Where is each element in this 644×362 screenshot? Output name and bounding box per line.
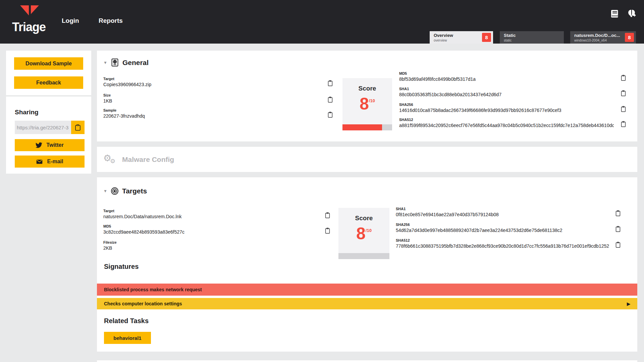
clipboard-icon <box>327 111 333 118</box>
tab-title: Overview <box>434 33 478 38</box>
clipboard-icon <box>327 79 333 86</box>
signature-label: Blocklisted process makes network reques… <box>104 287 202 292</box>
score-label: Score <box>338 215 389 222</box>
malware-config-title: Malware Config <box>122 156 174 164</box>
tab-subtitle: overview <box>434 39 478 42</box>
clipboard-icon <box>615 209 621 217</box>
docs-icon[interactable] <box>610 9 620 19</box>
hash-value: 14616d010ca875b8adac2667349f66686fe93d99… <box>399 108 561 113</box>
field-label: Sample <box>103 108 145 112</box>
copy-size-button[interactable] <box>326 96 334 104</box>
score-box: Score 8/10 <box>338 208 389 259</box>
hash-value: 778f6b661c3088375195bfb7d328be2e868cf93c… <box>396 243 609 249</box>
score-bar-track <box>342 124 392 130</box>
collapse-icon[interactable]: ▼ <box>103 60 107 65</box>
collapse-icon[interactable]: ▼ <box>103 189 107 193</box>
tab-overview[interactable]: Overview overview 8 <box>430 31 493 44</box>
field-md5: MD5 3c82ccd9aee4824b893593a83e6f527c <box>103 224 184 235</box>
targets-header: ▼ Targets <box>103 187 147 195</box>
clipboard-icon <box>620 89 627 97</box>
clipboard-icon <box>327 96 333 103</box>
copy-sha512-button[interactable] <box>620 120 627 128</box>
copy-target-button[interactable] <box>324 212 331 220</box>
malware-config-section: ⚙⚙ Malware Config <box>97 147 637 172</box>
feedback-button[interactable]: Feedback <box>14 76 83 89</box>
tab-title: natusrem.Doc/D...oc... <box>574 33 622 38</box>
related-task-behavioral1-button[interactable]: behavioral1 <box>104 332 151 344</box>
hash-sha256: SHA256 54d62a7d43d0e997eb48858892407d2b7… <box>396 223 562 233</box>
signature-row-location[interactable]: Checks computer location settings ▶ <box>97 298 637 309</box>
tab-behavioral-task[interactable]: natusrem.Doc/D...oc... windows10-2004_x6… <box>570 31 636 44</box>
field-value: 2KB <box>103 245 117 251</box>
score-badge: 8 <box>482 33 491 42</box>
hash-label: SHA256 <box>399 103 561 107</box>
brain-submit-icon[interactable] <box>627 9 637 19</box>
field-target: Target natusrem.Doc/Data/natusrem.Doc.ln… <box>103 209 181 219</box>
score-badge: 8 <box>625 33 634 42</box>
tab-static[interactable]: Static static <box>500 31 564 44</box>
hash-md5: MD5 8bf53d69af49f8fcc8499b0bf5317d1a <box>399 71 476 82</box>
brand-name: Triage <box>12 20 46 34</box>
field-value: 3c82ccd9aee4824b893593a83e6f527c <box>103 229 184 235</box>
hash-value: 54d62a7d43d0e997eb48858892407d2b7aee3a22… <box>396 228 562 233</box>
targets-title: Targets <box>122 187 147 195</box>
general-section: ▼ General Target Copies3960966423.zip Si… <box>97 51 637 141</box>
copy-md5-button[interactable] <box>620 74 627 82</box>
copy-url-button[interactable] <box>71 121 85 134</box>
field-label: MD5 <box>103 224 184 228</box>
share-email-label: E-mail <box>47 159 63 165</box>
share-twitter-button[interactable]: Twitter <box>15 139 85 151</box>
download-sample-button[interactable]: Download Sample <box>14 57 83 70</box>
signature-row-blocklisted[interactable]: Blocklisted process makes network reques… <box>97 284 637 296</box>
hash-value: 0f81ec0e857e69416ae22a97e40d37b579124b08 <box>396 212 499 217</box>
share-url-input[interactable] <box>15 121 71 134</box>
expand-arrow-icon[interactable]: ▶ <box>627 301 630 306</box>
copy-sha1-button[interactable] <box>614 209 622 218</box>
copy-target-button[interactable] <box>326 79 334 87</box>
triage-logo[interactable]: Triage <box>6 5 46 36</box>
score-number: 8 <box>356 224 366 243</box>
targets-section: ▼ Targets Target natusrem.Doc/Data/natus… <box>97 177 637 352</box>
signatures-title: Signatures <box>104 263 139 270</box>
copy-sha512-button[interactable] <box>614 241 622 249</box>
field-value: natusrem.Doc/Data/natusrem.Doc.lnk <box>103 214 181 219</box>
navbar: Triage Login Reports Overview overview 8… <box>0 0 644 44</box>
nav-link-reports[interactable]: Reports <box>99 17 123 24</box>
email-icon <box>36 158 43 165</box>
hash-label: SHA256 <box>396 223 562 227</box>
field-label: Size <box>103 93 112 97</box>
hash-label: SHA512 <box>396 238 609 242</box>
copy-sha256-button[interactable] <box>620 105 627 113</box>
clipboard-icon <box>620 120 627 127</box>
hash-value: a881f599f89534c20952c6eecf767e56fd5c44aa… <box>399 123 614 128</box>
tab-subtitle: static <box>504 39 560 42</box>
hash-sha1: SHA1 0f81ec0e857e69416ae22a97e40d37b5791… <box>396 207 499 217</box>
triage-logo-icon <box>20 5 39 20</box>
signature-label: Checks computer location settings <box>104 301 182 306</box>
hash-sha512: SHA512 778f6b661c3088375195bfb7d328be2e8… <box>396 238 609 249</box>
field-value: 220627-3fnzvadhdq <box>103 113 145 119</box>
score-label: Score <box>342 85 392 92</box>
score-bar-fill <box>342 124 382 130</box>
twitter-icon <box>36 142 42 148</box>
field-label: Filesize <box>103 240 117 244</box>
field-size: Size 1KB <box>103 93 112 104</box>
field-target: Target Copies3960966423.zip <box>103 77 151 87</box>
copy-sha1-button[interactable] <box>620 89 627 98</box>
field-filesize: Filesize 2KB <box>103 240 117 251</box>
field-value: Copies3960966423.zip <box>103 82 151 87</box>
clipboard-icon <box>615 241 621 248</box>
copy-md5-button[interactable] <box>324 227 331 235</box>
gears-icon: ⚙⚙ <box>103 153 117 166</box>
score-value: 8/10 <box>342 96 392 112</box>
clipboard-icon <box>74 124 82 131</box>
tab-subtitle: windows10-2004_x64 <box>574 39 622 42</box>
hash-sha512: SHA512 a881f599f89534c20952c6eecf767e56f… <box>399 118 614 128</box>
hash-sha1: SHA1 88c0b035363f51bc3cd88eb0a2013437e64… <box>399 87 501 97</box>
nav-link-login[interactable]: Login <box>62 17 79 24</box>
share-email-button[interactable]: E-mail <box>15 156 85 168</box>
clipboard-icon <box>324 212 331 219</box>
copy-sample-button[interactable] <box>326 111 334 119</box>
score-suffix: /10 <box>369 98 375 103</box>
copy-sha256-button[interactable] <box>614 225 622 233</box>
